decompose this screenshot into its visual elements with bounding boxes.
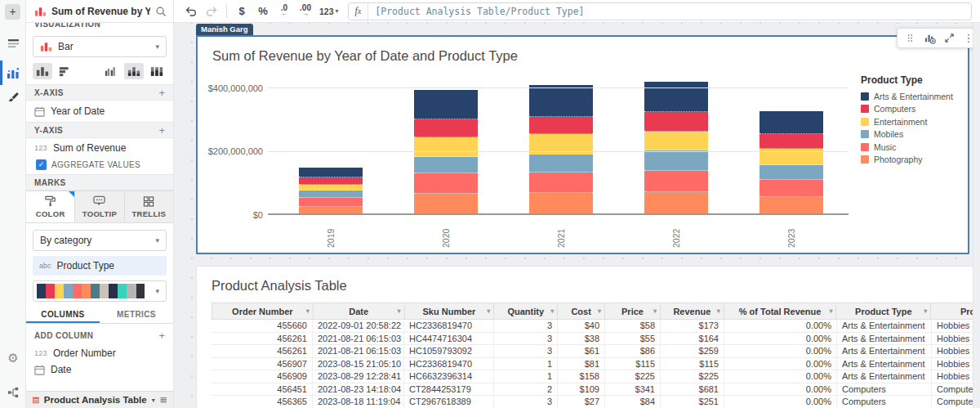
table-cell[interactable]: $173 — [661, 320, 724, 332]
legend-item[interactable]: Arts & Entertainment — [861, 90, 969, 103]
table-cell[interactable]: Computers — [837, 383, 932, 396]
bar-segment-computers[interactable] — [760, 134, 823, 149]
table-cell[interactable]: 0.00% — [724, 358, 837, 370]
table-cell[interactable]: 3 — [494, 320, 558, 332]
maximize-icon[interactable] — [940, 29, 958, 47]
column-item-date[interactable]: Date — [26, 361, 173, 378]
table-header-cell[interactable]: Order Number▾ — [212, 303, 314, 319]
table-header-cell[interactable]: Date▾ — [314, 303, 405, 319]
table-header-cell[interactable]: Cost▾ — [558, 303, 605, 319]
bar-segment-entertainment[interactable] — [644, 132, 708, 150]
stacked-bar-2022[interactable] — [644, 82, 708, 215]
table-cell[interactable]: Computers — [837, 396, 932, 408]
table-header-cell[interactable]: Product Type▾ — [836, 303, 931, 319]
bar-segment-arts-entertainment[interactable] — [529, 85, 593, 116]
explore-chart-icon[interactable] — [920, 29, 938, 47]
stacked-100-bar-icon[interactable] — [147, 63, 167, 79]
palette-select[interactable]: ▾ — [33, 280, 167, 302]
table-cell[interactable]: 456365 — [212, 396, 313, 408]
sort-caret-icon[interactable]: ▾ — [306, 307, 310, 315]
table-cell[interactable]: $164 — [661, 333, 724, 345]
table-cell[interactable]: $55 — [605, 333, 661, 345]
table-cell[interactable]: $61 — [558, 345, 605, 357]
add-page-button[interactable]: + — [5, 4, 20, 20]
table-cell[interactable]: HC4474716304 — [404, 333, 494, 345]
table-cell[interactable]: 2021-08-21 06:15:03 — [313, 333, 404, 345]
bar-segment-arts-entertainment[interactable] — [414, 90, 478, 119]
table-cell[interactable]: Arts & Entertainment — [837, 320, 932, 332]
canvas-scrollbar[interactable] — [973, 23, 980, 408]
table-cell[interactable]: $225 — [661, 370, 724, 383]
horizontal-bar-icon[interactable] — [56, 63, 75, 79]
table-cell[interactable]: HC6632396314 — [404, 370, 494, 383]
add-column-icon[interactable]: + — [158, 330, 165, 342]
bar-segment-music[interactable] — [414, 173, 478, 194]
undo-icon[interactable] — [180, 2, 200, 20]
table-cell[interactable]: 3 — [494, 345, 558, 357]
bar-segment-entertainment[interactable] — [414, 137, 478, 157]
legend-item[interactable]: Music — [861, 141, 969, 154]
table-row[interactable]: 4562612021-08-21 06:15:03HC44747163043$3… — [212, 333, 980, 346]
table-cell[interactable]: Arts & Entertainment — [837, 333, 932, 345]
sort-caret-icon[interactable]: ▾ — [829, 307, 832, 315]
table-cell[interactable]: 1 — [494, 358, 558, 370]
currency-format-button[interactable]: $ — [232, 2, 252, 20]
chart-type-select[interactable]: Bar ▾ — [33, 36, 167, 57]
stacked-bar-2019[interactable] — [299, 168, 363, 215]
table-header-cell[interactable]: Quantity▾ — [494, 303, 558, 319]
legend-item[interactable]: Photography — [861, 154, 969, 167]
table-header-cell[interactable]: Sku Number▾ — [405, 303, 495, 319]
column-item-order-number[interactable]: 123 Order Number — [26, 345, 173, 361]
decrease-decimal-button[interactable]: .0← — [274, 2, 294, 20]
settings-gear-icon[interactable]: ⚙ — [0, 347, 26, 369]
bar-segment-mobiles[interactable] — [644, 150, 708, 171]
table-cell[interactable]: 456909 — [212, 370, 313, 383]
table-row[interactable]: 4556602022-09-01 20:58:22HC23368194703$4… — [212, 320, 980, 333]
bar-segment-entertainment[interactable] — [529, 134, 593, 155]
y-axis-field[interactable]: 123 Sum of Revenue — [26, 138, 173, 158]
table-cell[interactable]: 456261 — [212, 345, 313, 357]
color-by-select[interactable]: By category ▾ — [33, 230, 167, 251]
table-cell[interactable]: Arts & Entertainment — [837, 345, 932, 357]
table-cell[interactable]: 2021-08-23 14:18:04 — [313, 383, 404, 396]
table-row[interactable]: 4563652023-08-18 11:19:04CT29676183893$2… — [212, 396, 980, 408]
formula-input[interactable]: [Product Analysis Table/Product Type] — [368, 6, 590, 17]
table-cell[interactable]: 2021-08-21 06:15:03 — [313, 345, 404, 357]
table-cell[interactable]: 2022-09-01 20:58:22 — [313, 320, 404, 332]
x-axis-field[interactable]: Year of Date — [26, 101, 173, 122]
add-y-axis-icon[interactable]: + — [158, 124, 165, 137]
bar-segment-photography[interactable] — [414, 194, 478, 215]
legend-item[interactable]: Computers — [861, 103, 969, 116]
table-cell[interactable]: 0.00% — [724, 333, 837, 345]
drag-handle-icon[interactable] — [901, 29, 919, 47]
table-cell[interactable]: 456451 — [212, 383, 313, 396]
bar-segment-photography[interactable] — [644, 192, 708, 215]
table-cell[interactable]: $158 — [558, 370, 605, 383]
sort-caret-icon[interactable]: ▾ — [924, 307, 927, 315]
lineage-icon[interactable] — [0, 382, 26, 403]
tab-metrics[interactable]: METRICS — [100, 306, 173, 323]
formula-bar[interactable]: fx [Product Analysis Table/Product Type] — [348, 2, 972, 20]
table-cell[interactable]: $251 — [661, 396, 724, 408]
table-cell[interactable]: 0.00% — [724, 383, 837, 396]
tab-columns[interactable]: COLUMNS — [26, 306, 100, 323]
search-icon[interactable] — [155, 6, 167, 17]
table-cell[interactable]: 2023-08-29 12:28:41 — [313, 370, 404, 383]
legend-item[interactable]: Mobiles — [861, 128, 969, 141]
source-table-name[interactable]: Product Analysis Table — [44, 395, 147, 405]
table-cell[interactable]: 3 — [494, 333, 558, 345]
table-cell[interactable]: $38 — [558, 333, 605, 345]
legend-item[interactable]: Entertainment — [861, 115, 969, 128]
grouped-bar-icon[interactable] — [101, 63, 121, 79]
table-row[interactable]: 4564512021-08-23 14:18:04CT28442531792$1… — [212, 383, 980, 397]
bar-segment-mobiles[interactable] — [760, 165, 823, 180]
aggregate-values-row[interactable]: ✓ AGGREGATE VALUES — [26, 158, 173, 174]
table-cell[interactable]: HC2336819470 — [404, 358, 494, 370]
bar-segment-computers[interactable] — [299, 177, 363, 185]
table-element[interactable]: Product Analysis Table Order Number▾Date… — [196, 266, 980, 408]
table-cell[interactable]: $58 — [605, 320, 661, 332]
chart-element[interactable]: Sum of Revenue by Year of Date and Produ… — [196, 35, 969, 254]
color-field-pill[interactable]: abc Product Type — [33, 256, 167, 276]
sort-caret-icon[interactable]: ▾ — [653, 307, 657, 315]
table-cell[interactable]: HC1059793092 — [404, 345, 494, 357]
